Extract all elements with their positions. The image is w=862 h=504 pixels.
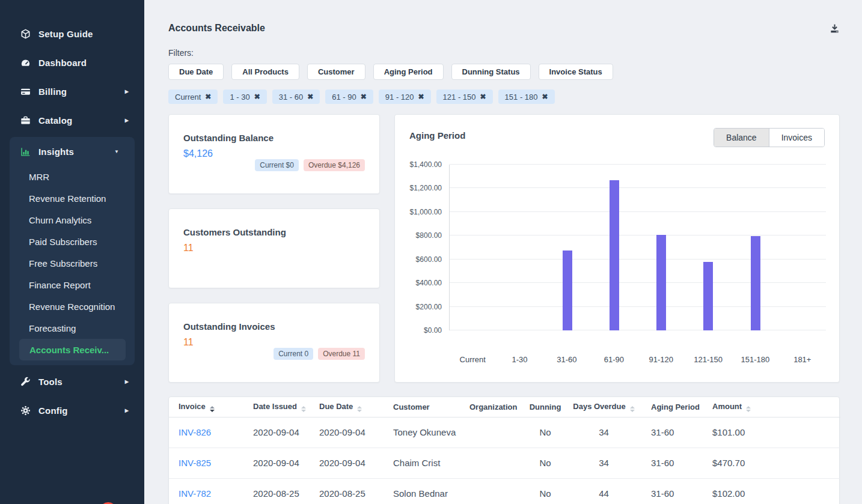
filter-button-invoice-status[interactable]: Invoice Status (539, 64, 613, 80)
y-tick-label: $1,200.00 (395, 184, 442, 192)
filter-button-dunning-status[interactable]: Dunning Status (451, 64, 531, 80)
filter-button-due-date[interactable]: Due Date (168, 64, 224, 80)
column-header-date-issued[interactable]: Date Issued (243, 397, 310, 417)
sidebar-item-free-subscribers[interactable]: Free Subscribers (10, 252, 135, 274)
column-header-days-overdue[interactable]: Days Overdue (566, 397, 641, 417)
cube-icon (20, 29, 31, 39)
filter-chip-121-150: 121 - 150✖ (436, 90, 493, 104)
invoice-link[interactable]: INV-782 (169, 478, 243, 504)
remove-filter-icon[interactable]: ✖ (361, 93, 367, 101)
gridline (450, 164, 826, 165)
remove-filter-icon[interactable]: ✖ (480, 93, 486, 101)
invoices-table: InvoiceDate IssuedDue DateCustomerOrgani… (169, 397, 840, 504)
sidebar-item-catalog[interactable]: Catalog▶ (0, 106, 144, 135)
sidebar-item-paid-subscribers[interactable]: Paid Subscribers (10, 231, 135, 252)
filter-chips-row: Current✖1 - 30✖31 - 60✖61 - 90✖91 - 120✖… (168, 90, 840, 104)
app-window: Setup GuideDashboardBilling▶Catalog▶Insi… (0, 0, 862, 504)
card-badges: Current $0Overdue $4,126 (255, 159, 365, 171)
sidebar-item-label: Dashboard (38, 58, 87, 68)
card-outstanding-balance: Outstanding Balance$4,126Current $0Overd… (168, 114, 380, 194)
card-title: Customers Outstanding (183, 227, 365, 237)
sidebar-item-config[interactable]: Config▶ (0, 396, 144, 425)
remove-filter-icon[interactable]: ✖ (542, 93, 548, 101)
cell-dunning: No (524, 448, 566, 478)
sidebar-item-revenue-recognition[interactable]: Revenue Recognition (10, 296, 135, 317)
filters-label: Filters: (168, 48, 840, 57)
sidebar-item-label: Insights (38, 147, 74, 157)
cell-due-date: 2020-09-04 (310, 448, 384, 478)
column-header-due-date[interactable]: Due Date (310, 397, 384, 417)
remove-filter-icon[interactable]: ✖ (254, 93, 260, 101)
cell-days-overdue: 34 (566, 448, 641, 478)
download-icon[interactable] (830, 23, 840, 34)
sidebar-item-tools[interactable]: Tools▶ (0, 367, 144, 396)
gridline (450, 330, 826, 330)
sidebar-item-billing[interactable]: Billing▶ (0, 77, 144, 106)
table-row: INV-8252020-09-042020-09-04Chaim CristNo… (169, 448, 840, 478)
card-value: $4,126 (183, 148, 365, 159)
sort-icon[interactable] (630, 406, 635, 412)
sort-icon[interactable] (210, 406, 215, 412)
sidebar-item-setup-guide[interactable]: Setup Guide (0, 19, 144, 48)
sidebar-item-dashboard[interactable]: Dashboard (0, 48, 144, 77)
filter-button-aging-period[interactable]: Aging Period (373, 64, 444, 80)
sidebar: Setup GuideDashboardBilling▶Catalog▶Insi… (0, 0, 144, 504)
toggle-invoices-button[interactable]: Invoices (769, 129, 824, 147)
y-tick-label: $800.00 (395, 231, 442, 240)
bar-31-60 (563, 250, 572, 330)
cell-due-date: 2020-09-04 (310, 417, 384, 448)
bar-chart-plot (449, 165, 826, 330)
cell-customer: Solon Bednar (384, 478, 460, 504)
gauge-icon (20, 58, 31, 68)
sort-icon[interactable] (746, 406, 751, 412)
chevron-right-icon: ▶ (125, 408, 129, 413)
filter-chip-91-120: 91 - 120✖ (379, 90, 431, 104)
sidebar-item-mrr[interactable]: MRR (10, 166, 135, 187)
column-header-dunning: Dunning (524, 397, 566, 417)
briefcase-icon (20, 115, 31, 126)
sidebar-item-insights[interactable]: Insights▼ (10, 137, 135, 166)
x-tick-label: Current (460, 355, 486, 364)
cell-aging-period: 31-60 (641, 478, 703, 504)
column-header-label: Customer (393, 402, 430, 411)
sort-icon[interactable] (357, 406, 362, 412)
filter-button-all-products[interactable]: All Products (231, 64, 299, 80)
invoice-link[interactable]: INV-826 (169, 417, 243, 448)
sidebar-item-label: Config (38, 405, 68, 416)
column-header-invoice[interactable]: Invoice (169, 397, 243, 417)
sort-icon[interactable] (301, 406, 306, 412)
filter-chip-1-30: 1 - 30✖ (223, 90, 266, 104)
column-header-amount[interactable]: Amount (703, 397, 840, 417)
sidebar-item-finance-report[interactable]: Finance Report (10, 274, 135, 296)
cell-date-issued: 2020-09-04 (243, 448, 310, 478)
insights-section: Insights▼MRRRevenue RetentionChurn Analy… (10, 137, 135, 365)
cell-amount: $470.70 (703, 448, 840, 478)
chevron-right-icon: ▶ (125, 89, 129, 94)
sidebar-item-accounts-receiv[interactable]: Accounts Receiv... (19, 339, 126, 360)
sidebar-item-churn-analytics[interactable]: Churn Analytics (10, 209, 135, 231)
cell-customer: Chaim Crist (384, 448, 460, 478)
page-title: Accounts Receivable (168, 23, 265, 34)
invoice-link[interactable]: INV-825 (169, 448, 243, 478)
y-tick-label: $0.00 (395, 326, 442, 335)
x-axis-labels: Current1-3031-6061-9091-120121-150151-18… (449, 355, 826, 365)
invoices-table-card: InvoiceDate IssuedDue DateCustomerOrgani… (168, 396, 840, 504)
x-tick-label: 151-180 (741, 355, 770, 364)
content-grid: Outstanding Balance$4,126Current $0Overd… (168, 114, 840, 383)
filter-buttons-row: Due DateAll ProductsCustomerAging Period… (168, 64, 840, 80)
sidebar-item-revenue-retention[interactable]: Revenue Retention (10, 187, 135, 209)
filter-chip-label: 1 - 30 (230, 93, 249, 102)
cell-organization (460, 448, 524, 478)
column-header-organization: Organization (460, 397, 524, 417)
x-tick-label: 61-90 (604, 355, 624, 364)
sidebar-item-forecasting[interactable]: Forecasting (10, 317, 135, 339)
toggle-balance-button[interactable]: Balance (714, 129, 769, 147)
remove-filter-icon[interactable]: ✖ (307, 93, 313, 101)
filter-button-customer[interactable]: Customer (307, 64, 365, 80)
card-value: 11 (183, 243, 365, 254)
remove-filter-icon[interactable]: ✖ (205, 93, 211, 101)
card-customers-outstanding: Customers Outstanding11 (168, 208, 380, 288)
cell-days-overdue: 44 (566, 478, 641, 504)
sidebar-item-label: Catalog (38, 115, 72, 126)
remove-filter-icon[interactable]: ✖ (418, 93, 424, 101)
